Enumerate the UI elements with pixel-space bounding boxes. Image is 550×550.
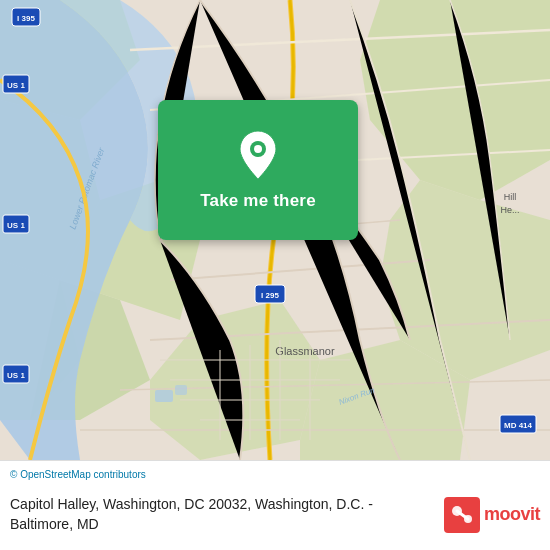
svg-text:I 395: I 395	[17, 14, 35, 23]
moovit-icon	[444, 497, 480, 533]
svg-rect-43	[155, 390, 173, 402]
svg-point-49	[464, 515, 472, 523]
moovit-logo: moovit	[444, 497, 540, 533]
bottom-content: Capitol Halley, Washington, DC 20032, Wa…	[10, 485, 540, 544]
map-container: Lower Potomac River I 395 US 1	[0, 0, 550, 460]
svg-text:US 1: US 1	[7, 81, 25, 90]
attribution-text: © OpenStreetMap contributors	[10, 469, 146, 480]
svg-text:MD 414: MD 414	[504, 421, 533, 430]
take-me-there-button[interactable]: Take me there	[158, 100, 358, 240]
svg-text:He...: He...	[500, 205, 519, 215]
svg-text:US 1: US 1	[7, 371, 25, 380]
svg-text:Glassmanor: Glassmanor	[275, 345, 335, 357]
location-description: Capitol Halley, Washington, DC 20032, Wa…	[10, 495, 444, 534]
map-attribution: © OpenStreetMap contributors	[10, 469, 540, 480]
location-pin-icon	[236, 129, 280, 181]
svg-text:Hill: Hill	[504, 192, 517, 202]
svg-rect-44	[175, 385, 187, 395]
take-me-there-label: Take me there	[200, 191, 316, 211]
svg-text:I 295: I 295	[261, 291, 279, 300]
bottom-bar: © OpenStreetMap contributors Capitol Hal…	[0, 460, 550, 550]
svg-point-46	[254, 145, 262, 153]
svg-text:US 1: US 1	[7, 221, 25, 230]
moovit-label: moovit	[484, 504, 540, 525]
